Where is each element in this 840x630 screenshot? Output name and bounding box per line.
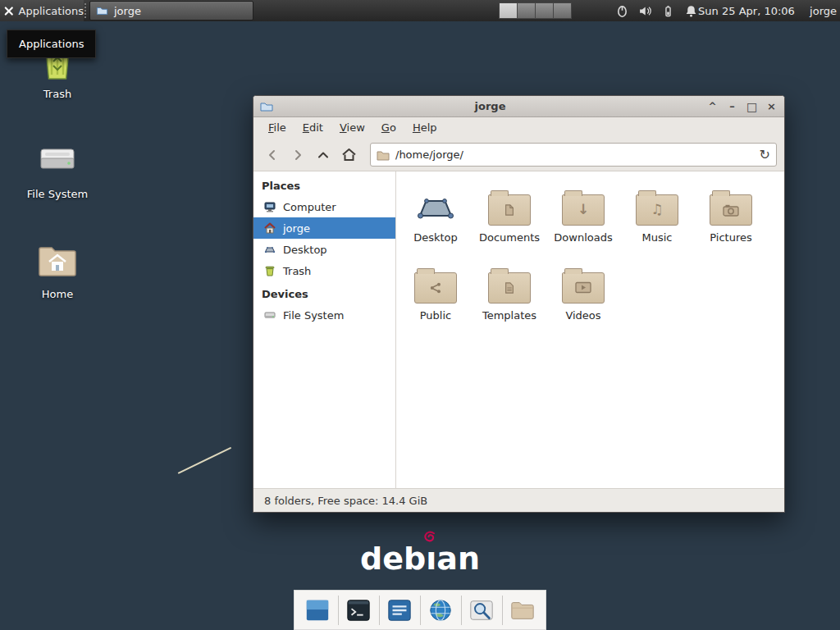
sidebar-item-trash[interactable]: Trash [253, 260, 395, 281]
dock-separator [502, 596, 503, 625]
desktop-icon-home[interactable]: Home [20, 236, 95, 300]
pictures-folder-icon [710, 194, 752, 226]
menubar: File Edit View Go Help [253, 117, 784, 139]
volume-icon[interactable] [638, 4, 652, 18]
file-item-music[interactable]: ♫ Music [620, 181, 694, 259]
music-folder-icon: ♫ [636, 194, 678, 226]
dock-launcher-filemanager[interactable] [507, 595, 538, 626]
location-path[interactable]: /home/jorge/ [395, 148, 754, 161]
sidebar-item-computer[interactable]: Computer [253, 196, 395, 217]
home-button[interactable] [337, 144, 360, 167]
taskbar-window-button[interactable]: jorge [89, 1, 253, 21]
devices-header: Devices [253, 285, 395, 304]
location-bar[interactable]: /home/jorge/ ↻ [370, 143, 777, 167]
applications-menu-button[interactable]: Applications [0, 0, 84, 21]
dock-separator [461, 596, 462, 625]
file-label: Music [642, 231, 673, 244]
statusbar: 8 folders, Free space: 14.4 GiB [253, 488, 784, 512]
file-label: Videos [565, 309, 600, 322]
dock-launcher-terminal[interactable] [343, 595, 374, 626]
window-folder-icon [96, 5, 108, 16]
file-item-downloads[interactable]: ↓ Downloads [546, 181, 620, 259]
desktop-icon-label: Home [42, 288, 73, 300]
applications-tooltip: Applications [7, 30, 96, 58]
back-button[interactable] [261, 144, 284, 167]
public-folder-icon [414, 272, 457, 304]
file-label: Pictures [710, 231, 751, 244]
forward-button[interactable] [286, 144, 309, 167]
file-grid: Desktop Documents ↓ Downloads [396, 171, 784, 488]
dock-launcher-browser[interactable] [425, 595, 456, 626]
debian-text-suffix: an [436, 541, 480, 577]
xfce-logo-icon [4, 5, 14, 17]
minimize-button[interactable]: – [726, 96, 738, 117]
notification-bell-icon[interactable] [684, 4, 698, 18]
menu-go[interactable]: Go [373, 117, 404, 139]
dock-launcher-editor[interactable] [384, 595, 415, 626]
dock-launcher-windows[interactable] [302, 595, 333, 626]
sidebar-item-label: Trash [283, 265, 311, 277]
user-home-icon [263, 221, 276, 235]
path-folder-icon [377, 149, 390, 161]
workspace-pager [499, 2, 571, 19]
file-item-pictures[interactable]: Pictures [694, 181, 768, 259]
desktop-icon [263, 243, 276, 256]
filesystem-drive-icon [38, 136, 77, 184]
sidebar-item-label: Desktop [283, 244, 327, 256]
titlebar[interactable]: jorge ^ – □ × [253, 96, 784, 117]
close-button[interactable]: × [765, 96, 778, 117]
file-label: Documents [479, 231, 540, 244]
file-item-templates[interactable]: Templates [472, 259, 546, 337]
reload-icon[interactable]: ↻ [760, 148, 770, 162]
maximize-button[interactable]: □ [746, 96, 758, 117]
menu-help[interactable]: Help [404, 117, 445, 139]
panel-username[interactable]: jorge [810, 0, 837, 21]
trash-icon [263, 264, 276, 277]
terminal-icon [345, 597, 372, 623]
downloads-folder-icon: ↓ [562, 194, 605, 226]
globe-icon [427, 597, 454, 623]
panel-clock[interactable]: Sun 25 Apr, 10:06 [697, 0, 796, 21]
applications-menu-label: Applications [19, 5, 84, 17]
file-label: Templates [482, 309, 536, 322]
sidebar-item-desktop[interactable]: Desktop [253, 239, 395, 260]
bottom-dock [294, 590, 546, 630]
toolbar: /home/jorge/ ↻ [253, 139, 784, 171]
sidebar-item-label: File System [283, 309, 344, 322]
sidebar-item-jorge[interactable]: jorge [253, 217, 395, 239]
mouse-settings-icon[interactable] [615, 4, 629, 18]
workspace-4[interactable] [553, 2, 572, 19]
dock-separator [379, 596, 380, 625]
window-folder-icon [260, 100, 273, 113]
up-chevron-icon [317, 148, 330, 162]
shade-button[interactable]: ^ [706, 96, 719, 117]
menu-file[interactable]: File [260, 117, 294, 139]
window-title: jorge [286, 100, 694, 112]
menu-edit[interactable]: Edit [294, 117, 331, 139]
videos-folder-icon [562, 272, 605, 304]
dock-launcher-appfinder[interactable] [466, 595, 497, 626]
desktop-surface-icon [414, 186, 457, 227]
workspace-2[interactable] [517, 2, 536, 19]
sidebar: Places Computer jorge [253, 171, 396, 488]
dock-separator [420, 596, 421, 625]
forward-chevron-icon [291, 148, 304, 162]
magnifier-icon [468, 597, 495, 623]
home-folder-icon [37, 236, 78, 284]
desktop-icon-filesystem[interactable]: File System [20, 136, 95, 200]
workspace-3[interactable] [535, 2, 554, 19]
sidebar-item-filesystem[interactable]: File System [253, 304, 395, 326]
file-item-public[interactable]: Public [399, 259, 472, 337]
file-item-videos[interactable]: Videos [546, 259, 620, 337]
up-button[interactable] [312, 144, 335, 167]
home-icon [341, 148, 357, 162]
workspace-1[interactable] [499, 2, 518, 19]
file-item-documents[interactable]: Documents [472, 181, 546, 259]
download-arrow-glyph: ↓ [578, 203, 589, 217]
file-label: Downloads [554, 231, 612, 244]
file-label: Public [420, 309, 451, 322]
folder-icon [509, 597, 536, 623]
menu-view[interactable]: View [331, 117, 373, 139]
battery-icon[interactable] [661, 4, 675, 18]
file-item-desktop[interactable]: Desktop [399, 181, 472, 259]
